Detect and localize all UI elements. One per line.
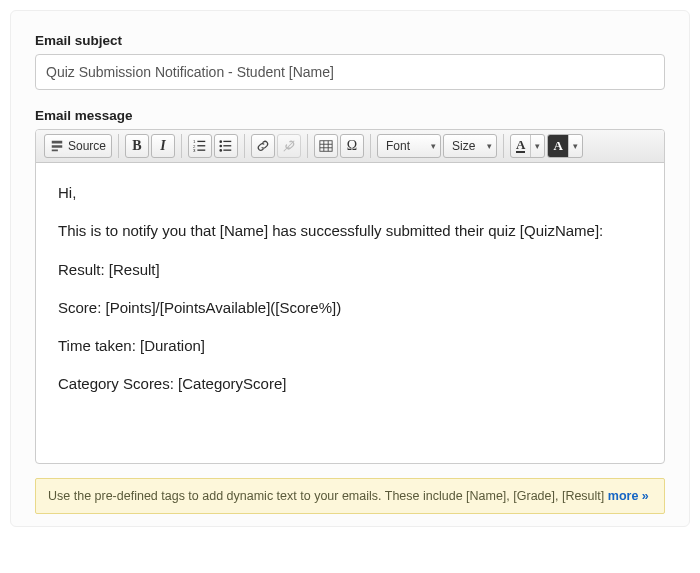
ordered-list-icon: 123 <box>193 139 207 153</box>
size-dropdown[interactable]: Size ▾ <box>443 134 497 158</box>
body-paragraph: Hi, <box>58 183 642 203</box>
svg-point-6 <box>219 140 222 143</box>
svg-point-8 <box>219 145 222 148</box>
email-settings-panel: Email subject Email message Source B <box>10 10 690 527</box>
chevron-down-icon: ▾ <box>535 141 540 151</box>
text-color-icon: A <box>516 139 525 153</box>
unlink-icon <box>282 139 296 153</box>
email-message-block: Email message Source B I <box>35 108 665 514</box>
bold-icon: B <box>132 139 141 153</box>
text-color-button[interactable]: A ▾ <box>510 134 545 158</box>
table-icon <box>319 139 333 153</box>
chevron-down-icon: ▾ <box>487 141 492 151</box>
italic-icon: I <box>160 139 165 153</box>
size-dropdown-label: Size <box>452 139 475 153</box>
special-char-button[interactable]: Ω <box>340 134 364 158</box>
source-button[interactable]: Source <box>44 134 112 158</box>
svg-rect-9 <box>223 145 231 146</box>
body-paragraph: Result: [Result] <box>58 260 642 280</box>
hint-more-link[interactable]: more » <box>608 489 649 503</box>
chevron-down-icon: ▾ <box>573 141 578 151</box>
email-message-body[interactable]: Hi, This is to notify you that [Name] ha… <box>36 163 664 463</box>
link-button[interactable] <box>251 134 275 158</box>
body-paragraph: Category Scores: [CategoryScore] <box>58 374 642 394</box>
svg-rect-3 <box>197 145 205 146</box>
background-color-icon: A <box>553 138 562 154</box>
svg-rect-5 <box>197 150 205 151</box>
hint-banner: Use the pre-defined tags to add dynamic … <box>35 478 665 514</box>
body-paragraph: This is to notify you that [Name] has su… <box>58 221 642 241</box>
unordered-list-button[interactable] <box>214 134 238 158</box>
email-subject-input[interactable] <box>35 54 665 90</box>
ordered-list-button[interactable]: 123 <box>188 134 212 158</box>
body-paragraph: Time taken: [Duration] <box>58 336 642 356</box>
hint-text: Use the pre-defined tags to add dynamic … <box>48 489 608 503</box>
svg-rect-1 <box>197 141 205 142</box>
svg-rect-11 <box>223 150 231 151</box>
font-dropdown[interactable]: Font ▾ <box>377 134 441 158</box>
table-button[interactable] <box>314 134 338 158</box>
editor-toolbar: Source B I 123 <box>36 130 664 163</box>
link-icon <box>256 139 270 153</box>
font-dropdown-label: Font <box>386 139 410 153</box>
body-paragraph: Score: [Points]/[PointsAvailable]([Score… <box>58 298 642 318</box>
email-message-label: Email message <box>35 108 665 123</box>
svg-rect-13 <box>320 141 332 152</box>
source-icon <box>50 139 64 153</box>
background-color-button[interactable]: A ▾ <box>547 134 582 158</box>
unordered-list-icon <box>219 139 233 153</box>
italic-button[interactable]: I <box>151 134 175 158</box>
svg-rect-7 <box>223 141 231 142</box>
email-subject-label: Email subject <box>35 33 665 48</box>
email-subject-block: Email subject <box>35 33 665 90</box>
source-button-label: Source <box>68 140 106 152</box>
svg-text:3: 3 <box>193 148 196 153</box>
svg-point-10 <box>219 149 222 152</box>
unlink-button[interactable] <box>277 134 301 158</box>
richtext-editor: Source B I 123 <box>35 129 665 464</box>
bold-button[interactable]: B <box>125 134 149 158</box>
omega-icon: Ω <box>347 139 357 153</box>
chevron-down-icon: ▾ <box>431 141 436 151</box>
